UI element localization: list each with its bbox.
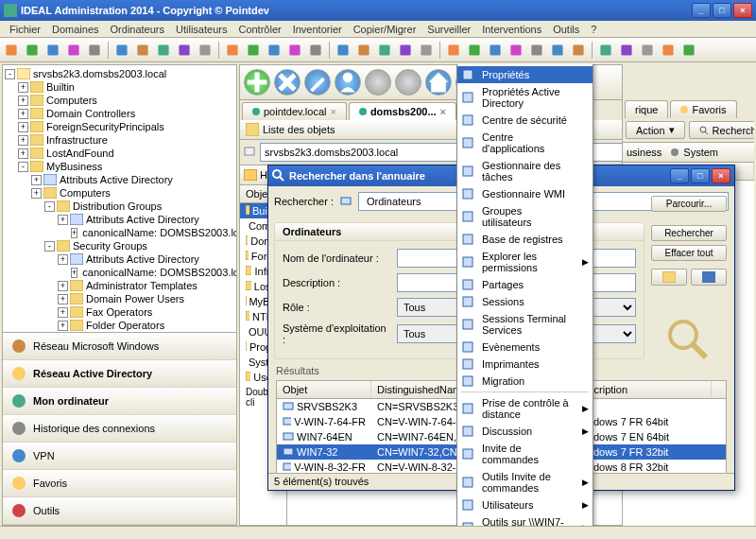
save-button[interactable] <box>691 269 727 286</box>
menu-item[interactable]: Propriétés <box>457 66 593 83</box>
tool-14[interactable] <box>306 41 325 60</box>
tree-item[interactable]: +ForeignSecurityPrincipals <box>5 120 234 133</box>
tree-item[interactable]: +Folder Operators <box>5 319 234 332</box>
tree-item[interactable]: +canonicalName: DOMSBS2003.local/M <box>5 226 234 239</box>
search-button[interactable]: Rechercher ▾ <box>689 121 754 139</box>
tool-20[interactable] <box>444 41 463 60</box>
disc2-button[interactable] <box>395 69 421 96</box>
menu-inventorier[interactable]: Inventorier <box>287 22 348 37</box>
tool-2[interactable] <box>43 41 62 60</box>
clear-all-button[interactable]: Effacer tout <box>651 245 727 261</box>
menu-item[interactable]: Outils sur \\WIN7-32▶ <box>457 513 593 526</box>
open-button[interactable] <box>651 269 687 286</box>
maximize-button[interactable]: □ <box>713 3 731 18</box>
menu-item[interactable]: Migration <box>457 373 593 390</box>
tool-29[interactable] <box>638 41 657 60</box>
dlg-minimize[interactable]: _ <box>670 168 689 183</box>
tab-rique[interactable]: rique <box>625 100 668 118</box>
do-search-button[interactable]: Rechercher <box>651 225 727 241</box>
tab-favoris[interactable]: Favoris <box>670 100 736 118</box>
menu-ordinateurs[interactable]: Ordinateurs <box>105 22 170 37</box>
tree-item[interactable]: +Computers <box>5 186 234 200</box>
tool-31[interactable] <box>679 41 698 60</box>
menu-item[interactable]: Base de registres <box>457 231 593 248</box>
menu-domaines[interactable]: Domaines <box>46 22 105 37</box>
tool-13[interactable] <box>285 41 304 60</box>
home-button[interactable] <box>425 69 452 96</box>
menu-?[interactable]: ? <box>585 22 602 37</box>
tree-item[interactable]: +Administrator Templates <box>5 279 234 292</box>
dlg-close[interactable]: × <box>712 168 730 183</box>
tree-item[interactable]: +LostAndFound <box>5 147 234 160</box>
action-button[interactable]: Action ▾ <box>626 121 685 139</box>
tool-5[interactable] <box>112 41 131 60</box>
users-button[interactable] <box>335 69 361 96</box>
tree-item[interactable]: -Security Groups <box>5 239 234 252</box>
tool-3[interactable] <box>64 41 83 60</box>
tool-26[interactable] <box>569 41 588 60</box>
edit-button[interactable] <box>304 69 331 96</box>
tree-root[interactable]: -srvsbs2k3.domsbs2003.local <box>5 67 234 80</box>
tool-19[interactable] <box>417 41 436 60</box>
menu-copier/migrer[interactable]: Copier/Migrer <box>348 22 422 37</box>
menu-item[interactable]: Utilisateurs▶ <box>457 496 593 513</box>
tool-7[interactable] <box>154 41 173 60</box>
tool-25[interactable] <box>548 41 567 60</box>
menu-item[interactable]: Groupes utilisateurs <box>457 202 593 231</box>
nav-historique-des-connexions[interactable]: Historique des connexions <box>3 415 236 443</box>
tool-27[interactable] <box>596 41 615 60</box>
menu-interventions[interactable]: Interventions <box>476 22 547 37</box>
minimize-button[interactable]: _ <box>692 3 711 18</box>
menu-fichier[interactable]: Fichier <box>4 22 46 37</box>
tree-item[interactable]: +Domain Power Users <box>5 292 234 305</box>
tool-23[interactable] <box>507 41 525 60</box>
tree-item[interactable]: +Attributs Active Directory <box>5 213 234 226</box>
tool-12[interactable] <box>265 41 284 60</box>
tab-pointdev.local[interactable]: pointdev.local× <box>242 102 347 120</box>
menu-item[interactable]: Outils Invite de commandes▶ <box>457 468 593 496</box>
menu-contrôler[interactable]: Contrôler <box>232 22 286 37</box>
domain-tree[interactable]: -srvsbs2k3.domsbs2003.local+Builtin+Comp… <box>3 65 236 332</box>
tool-11[interactable] <box>244 41 263 60</box>
tree-item[interactable]: +Infrastructure <box>5 133 234 147</box>
close-button[interactable]: × <box>733 3 752 18</box>
nav-réseau-microsoft-windows[interactable]: Réseau Microsoft Windows <box>3 333 236 360</box>
menu-outils[interactable]: Outils <box>547 22 585 37</box>
tree-item[interactable]: +Attributs Active Directory <box>5 252 234 266</box>
menu-item[interactable]: Gestionnaire WMI <box>457 185 593 202</box>
tool-1[interactable] <box>23 41 42 60</box>
disc1-button[interactable] <box>365 69 391 96</box>
nav-réseau-active-directory[interactable]: Réseau Active Directory <box>3 360 236 388</box>
browse-button[interactable]: Parcourir... <box>651 196 727 212</box>
tree-item[interactable]: +Domain Controllers <box>5 107 234 120</box>
tool-9[interactable] <box>196 41 215 60</box>
menu-item[interactable]: Discussion▶ <box>457 423 593 440</box>
tree-item[interactable]: +Fax Operators <box>5 305 234 319</box>
menu-item[interactable]: Partages <box>457 276 593 293</box>
nav-favoris[interactable]: Favoris <box>3 470 236 497</box>
menu-item[interactable]: Invite de commandes <box>457 440 593 468</box>
tool-22[interactable] <box>486 41 505 60</box>
menu-item[interactable]: Sessions Terminal Services <box>457 310 593 339</box>
dlg-maximize[interactable]: □ <box>691 168 710 183</box>
tab-domsbs200...[interactable]: domsbs200...× <box>349 102 456 120</box>
bc-system[interactable]: System <box>669 147 718 158</box>
menu-item[interactable]: Centre d'applications <box>457 129 593 157</box>
nav-outils[interactable]: Outils <box>3 497 236 525</box>
tree-item[interactable]: -Distribution Groups <box>5 200 234 213</box>
tree-item[interactable]: +Builtin <box>5 80 234 94</box>
tool-0[interactable] <box>2 41 21 60</box>
tool-4[interactable] <box>85 41 104 60</box>
tree-item[interactable]: +Attributs Active Directory <box>5 173 234 186</box>
menu-item[interactable]: Sessions <box>457 293 593 310</box>
results-col[interactable]: Objet <box>277 381 371 398</box>
tool-8[interactable] <box>175 41 194 60</box>
menu-item[interactable]: Prise de contrôle à distance▶ <box>457 394 593 423</box>
menu-item[interactable]: Imprimantes <box>457 356 593 373</box>
tree-item[interactable]: +canonicalName: DOMSBS2003.local/M <box>5 266 234 279</box>
tool-28[interactable] <box>617 41 636 60</box>
add-button[interactable] <box>244 69 270 96</box>
nav-vpn[interactable]: VPN <box>3 443 236 470</box>
menu-item[interactable]: Evènements <box>457 339 593 356</box>
menu-item[interactable]: Propriétés Active Directory <box>457 83 593 112</box>
